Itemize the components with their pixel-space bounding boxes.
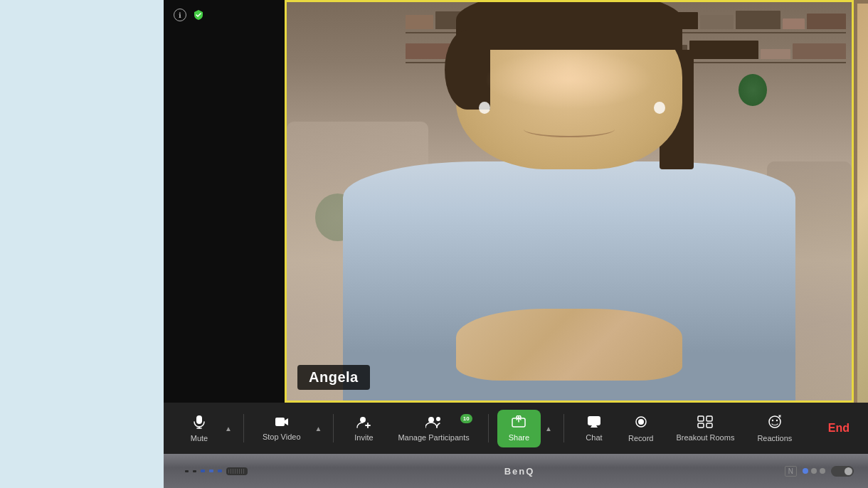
info-icon: ℹ [174, 9, 186, 21]
video-area: ℹ [164, 0, 868, 403]
chat-label: Chat [586, 434, 602, 442]
port1 [185, 470, 189, 472]
earbud-right [479, 102, 490, 114]
indicator1 [803, 468, 808, 474]
separator4 [563, 414, 564, 442]
usb-port [201, 470, 205, 472]
reactions-button[interactable]: Reactions [747, 409, 802, 448]
stop-video-label: Stop Video [263, 433, 301, 441]
reactions-label: Reactions [757, 435, 792, 442]
bezel-indicators [803, 468, 825, 474]
invite-label: Invite [354, 434, 373, 442]
participants-icon [425, 415, 443, 430]
breakout-rooms-button[interactable]: Breakout Rooms [666, 410, 744, 447]
usb-port3 [218, 470, 222, 472]
participants-badge: 10 [460, 414, 472, 423]
mute-button[interactable]: Mute [178, 409, 221, 448]
separator1 [243, 414, 244, 442]
record-button[interactable]: Record [618, 409, 663, 448]
chat-icon [587, 415, 601, 430]
video-chevron[interactable]: ▲ [312, 419, 325, 438]
face-highlight [485, 50, 654, 110]
speaker-grille [226, 467, 248, 475]
svg-rect-16 [706, 423, 712, 428]
woman-hair-side-left [445, 30, 490, 110]
manage-participants-label: Manage Participants [398, 434, 469, 442]
share-icon [512, 415, 526, 430]
usb-port2 [209, 470, 213, 472]
video-icon [275, 416, 289, 430]
bezel-controls: N [785, 466, 854, 477]
mute-group: Mute ▲ [178, 409, 235, 448]
svg-point-19 [776, 419, 778, 420]
invite-button[interactable]: Invite [342, 410, 385, 447]
indicator3 [820, 468, 825, 474]
earbud-left [654, 102, 665, 114]
monitor: ℹ [164, 0, 868, 488]
name-badge: Angela [297, 365, 370, 390]
right-sliver [854, 0, 868, 403]
svg-point-12 [638, 419, 644, 425]
woman-hands [456, 309, 682, 381]
end-button[interactable]: End [817, 416, 861, 440]
brand-label: BenQ [504, 466, 535, 477]
stop-video-button[interactable]: Stop Video [253, 410, 311, 447]
panel-icons: ℹ [164, 0, 285, 30]
svg-rect-10 [588, 416, 600, 425]
port2 [193, 470, 196, 472]
participants-wrap: Manage Participants 10 [388, 410, 479, 447]
svg-rect-3 [275, 418, 285, 426]
bezel-ports [185, 467, 248, 475]
nfc-label: N [785, 466, 797, 477]
svg-point-17 [769, 416, 780, 428]
mic-icon [193, 415, 206, 431]
left-panel: ℹ [164, 0, 285, 403]
svg-point-8 [436, 417, 440, 421]
svg-rect-15 [698, 423, 704, 428]
share-label: Share [509, 434, 529, 442]
photo-simulation [287, 2, 852, 401]
screen: ℹ [164, 0, 868, 454]
svg-point-4 [360, 417, 366, 423]
svg-point-18 [772, 419, 773, 420]
chat-button[interactable]: Chat [573, 410, 615, 447]
plant2 [739, 74, 767, 106]
breakout-icon [697, 415, 713, 430]
share-chevron[interactable]: ▲ [542, 419, 555, 438]
power-toggle[interactable] [831, 466, 854, 477]
svg-rect-0 [196, 415, 202, 424]
indicator2 [811, 468, 817, 474]
svg-rect-13 [698, 416, 704, 421]
record-icon [634, 415, 648, 431]
shield-icon [192, 9, 205, 21]
stop-video-group: Stop Video ▲ [253, 410, 325, 447]
separator2 [333, 414, 334, 442]
invite-icon [356, 415, 371, 430]
mute-label: Mute [191, 435, 208, 442]
main-video: Angela [285, 0, 854, 403]
share-group: Share ▲ [497, 410, 555, 447]
record-label: Record [628, 435, 653, 442]
reactions-icon [768, 415, 782, 431]
svg-rect-14 [706, 416, 712, 421]
breakout-rooms-label: Breakout Rooms [676, 434, 734, 442]
monitor-bezel: BenQ N [164, 454, 868, 488]
toolbar: Mute ▲ Stop Video ▲ [164, 403, 868, 454]
share-button[interactable]: Share [497, 410, 541, 447]
mute-chevron[interactable]: ▲ [222, 419, 235, 438]
svg-point-7 [428, 417, 434, 423]
separator3 [488, 414, 489, 442]
